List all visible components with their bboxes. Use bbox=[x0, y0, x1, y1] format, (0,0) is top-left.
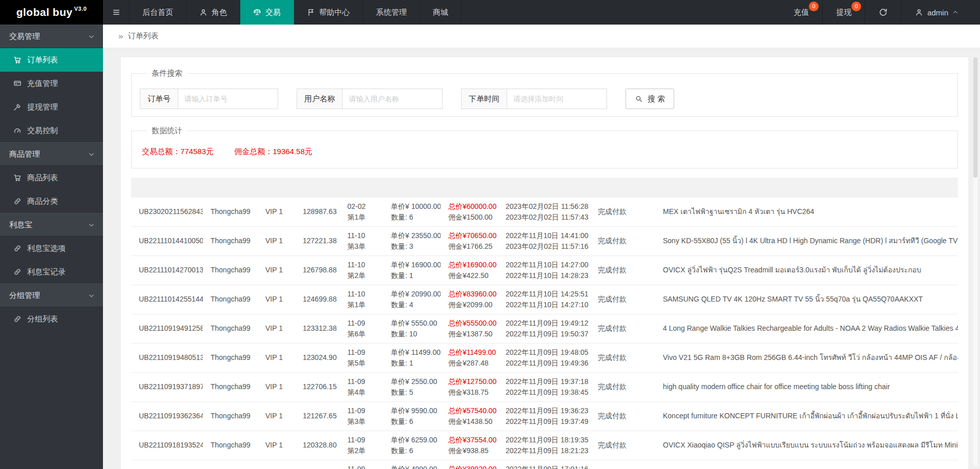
column-header bbox=[498, 178, 590, 197]
cell-name: Thongcha99 bbox=[203, 197, 258, 226]
table-body: UB2302021156284352 Thongcha99 VIP 1 1289… bbox=[131, 197, 958, 469]
cell-product: Vivo V21 5G Ram 8+3GB Rom 256GB 6.44-inc… bbox=[655, 343, 958, 372]
cell-level: VIP 1 bbox=[258, 401, 295, 431]
cell-name: Thongcha99 bbox=[203, 372, 258, 401]
sidebar-group[interactable]: 商品管理 bbox=[0, 142, 103, 166]
cell-balance: 126798.88 bbox=[295, 255, 340, 285]
cell-product: MEX เตาไฟฟ้าฐานเซรามิก 4 หัวเตา รุ่น HVC… bbox=[655, 197, 958, 226]
cell-actions bbox=[630, 372, 655, 401]
sidebar-group[interactable]: 分组管理 bbox=[0, 284, 103, 307]
cell-balance: 127221.38 bbox=[295, 226, 340, 255]
cell-total-commission: 总价¥39920.00佣金¥998.00 bbox=[441, 460, 498, 469]
scrollbar[interactable] bbox=[973, 57, 977, 466]
search-field: 下单时间 bbox=[461, 89, 607, 109]
column-header bbox=[340, 178, 383, 197]
cell-level: VIP 1 bbox=[258, 255, 295, 285]
menu-toggle-button[interactable] bbox=[103, 0, 130, 25]
table-row: UB2302021156284352 Thongcha99 VIP 1 1289… bbox=[131, 197, 958, 226]
nav-item[interactable]: 后台首页 bbox=[130, 0, 186, 25]
nav-item[interactable]: 帮助中心 bbox=[294, 0, 363, 25]
refresh-button[interactable] bbox=[865, 0, 901, 25]
nav-item[interactable]: 交易 bbox=[240, 0, 294, 25]
cell-total-commission: 总价¥11499.00佣金¥287.48 bbox=[441, 343, 498, 372]
nav-item[interactable]: 角色 bbox=[186, 0, 240, 25]
column-header bbox=[630, 178, 655, 197]
cell-balance: 124699.88 bbox=[295, 285, 340, 314]
search-icon bbox=[635, 95, 643, 103]
cell-order-no: UB2211091949125812 bbox=[131, 314, 203, 343]
link-icon bbox=[13, 197, 22, 205]
admin-menu[interactable]: admin bbox=[902, 0, 972, 25]
cell-day-count: 11-09第1单 bbox=[340, 460, 383, 469]
cell-actions bbox=[630, 285, 655, 314]
table-row: UB2211091701161541 Thongcha99 VIP 1 1193… bbox=[131, 460, 958, 469]
column-header bbox=[131, 178, 203, 197]
page-title: 订单列表 bbox=[128, 31, 158, 41]
nav-item[interactable]: 系统管理 bbox=[363, 0, 420, 25]
cell-name: Thongcha99 bbox=[203, 343, 258, 372]
cell-status: 完成付款 bbox=[590, 343, 630, 372]
sidebar: 交易管理 订单列表 充值管理 提现管理 交易控制 商品管理 商品列表 商品分类 … bbox=[0, 25, 103, 469]
cell-name: Thongcha99 bbox=[203, 255, 258, 285]
cell-actions bbox=[630, 226, 655, 255]
card-icon bbox=[13, 79, 22, 88]
cell-level: VIP 1 bbox=[258, 431, 295, 460]
search-button[interactable]: 搜 索 bbox=[625, 89, 674, 109]
sidebar-item[interactable]: 订单列表 bbox=[0, 48, 103, 72]
cell-price-qty: 单价¥ 4990.00数量: 8 bbox=[383, 460, 441, 469]
cell-day-count: 11-09第2单 bbox=[340, 431, 383, 460]
user-icon bbox=[199, 8, 207, 16]
topbar: global buyV3.0 后台首页 角色 交易 帮助中心 系统管理 商城 充… bbox=[0, 0, 980, 25]
field-input[interactable] bbox=[342, 89, 443, 109]
chevron-down-icon bbox=[88, 33, 95, 40]
withdraw-button[interactable]: 提现 0 bbox=[823, 0, 865, 25]
cell-total-commission: 总价¥83960.00佣金¥2099.00 bbox=[441, 285, 498, 314]
search-field: 订单号 bbox=[140, 89, 278, 109]
sidebar-group[interactable]: 利息宝 bbox=[0, 213, 103, 237]
table-row: UB2211101427001376 Thongcha99 VIP 1 1267… bbox=[131, 255, 958, 285]
cell-status: 完成付款 bbox=[590, 431, 630, 460]
gauge-icon bbox=[13, 126, 22, 135]
column-header bbox=[203, 178, 258, 197]
field-input[interactable] bbox=[507, 89, 607, 109]
link-icon bbox=[13, 244, 22, 252]
cell-total-commission: 总价¥70650.00佣金¥1766.25 bbox=[441, 226, 498, 255]
app-logo: global buyV3.0 bbox=[0, 0, 103, 25]
cart-icon bbox=[13, 174, 22, 182]
sidebar-item[interactable]: 交易控制 bbox=[0, 119, 103, 142]
cell-level: VIP 1 bbox=[258, 343, 295, 372]
sidebar-item[interactable]: 利息宝选项 bbox=[0, 237, 103, 260]
cell-status: 完成付款 bbox=[590, 255, 630, 285]
cell-actions bbox=[630, 197, 655, 226]
cell-price-qty: 单价¥ 9590.00数量: 6 bbox=[383, 401, 441, 431]
menu-icon bbox=[112, 8, 120, 16]
sidebar-item[interactable]: 充值管理 bbox=[0, 72, 103, 95]
sidebar-item[interactable]: 商品列表 bbox=[0, 166, 103, 189]
recharge-button[interactable]: 充值 0 bbox=[780, 0, 822, 25]
cell-name: Thongcha99 bbox=[203, 460, 258, 469]
admin-label: admin bbox=[927, 8, 948, 17]
sidebar-item[interactable]: 利息宝记录 bbox=[0, 260, 103, 284]
field-input[interactable] bbox=[178, 89, 278, 109]
column-header bbox=[441, 178, 498, 197]
search-row: 订单号 用户名称 下单时间 搜 索 bbox=[140, 89, 949, 109]
sidebar-item[interactable]: 提现管理 bbox=[0, 95, 103, 119]
sidebar-item[interactable]: 分组列表 bbox=[0, 307, 103, 331]
cell-order-no: UB2211091936236435 bbox=[131, 401, 203, 431]
nav-item[interactable]: 商城 bbox=[420, 0, 462, 25]
cell-product: 4 Long Range Walkie Talkies Rechargeable… bbox=[655, 314, 958, 343]
cell-actions bbox=[630, 460, 655, 469]
recharge-badge: 0 bbox=[809, 2, 819, 11]
cell-total-commission: 总价¥16900.00佣金¥422.50 bbox=[441, 255, 498, 285]
cell-level: VIP 1 bbox=[258, 285, 295, 314]
sidebar-group[interactable]: 交易管理 bbox=[0, 25, 103, 48]
sidebar-item[interactable]: 商品分类 bbox=[0, 189, 103, 213]
cell-order-no: UB2211091937189717 bbox=[131, 372, 203, 401]
cell-order-no: UB2211091948051391 bbox=[131, 343, 203, 372]
cell-price-qty: 单价¥ 6259.00数量: 6 bbox=[383, 431, 441, 460]
cell-level: VIP 1 bbox=[258, 226, 295, 255]
cell-day-count: 11-10第3单 bbox=[340, 226, 383, 255]
scrollbar-thumb[interactable] bbox=[973, 57, 977, 178]
search-button-label: 搜 索 bbox=[648, 94, 665, 104]
cell-name: Thongcha99 bbox=[203, 401, 258, 431]
